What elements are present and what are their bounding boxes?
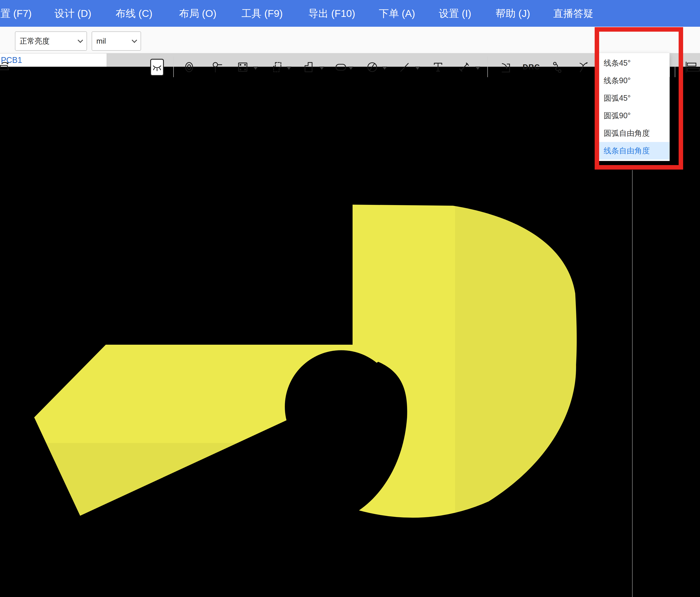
align-icon[interactable] bbox=[685, 61, 700, 73]
chevron-down-icon bbox=[132, 38, 137, 43]
drc-button[interactable]: DRC bbox=[523, 63, 540, 71]
menu-item-export[interactable]: 导出 (F10) bbox=[308, 0, 355, 27]
corner-mode-dropdown: 线条45° 线条90° 圆弧45° 圆弧90° 圆弧自由角度 线条自由角度 bbox=[598, 53, 670, 161]
copper-area-caret-icon[interactable] bbox=[286, 67, 291, 70]
chevron-down-icon bbox=[78, 38, 83, 43]
copper-area-icon[interactable] bbox=[271, 61, 283, 73]
tab-pcb1[interactable]: PCB1 bbox=[0, 53, 107, 67]
toolbar-divider bbox=[675, 57, 675, 77]
toolbar-divider bbox=[173, 57, 174, 77]
dropdown-item-arc45[interactable]: 圆弧45° bbox=[599, 89, 670, 107]
dimension-caret-icon[interactable] bbox=[475, 67, 480, 70]
menu-item-design[interactable]: 设计 (D) bbox=[54, 0, 91, 27]
dropdown-item-arc-free[interactable]: 圆弧自由角度 bbox=[599, 124, 670, 142]
menu-item-help[interactable]: 帮助 (J) bbox=[496, 0, 530, 27]
keepout-caret-icon[interactable] bbox=[382, 67, 387, 70]
branch-icon[interactable] bbox=[578, 61, 590, 73]
toolbar: 正常亮度 mil bbox=[0, 27, 700, 53]
dropdown-item-line90[interactable]: 线条90° bbox=[599, 72, 670, 89]
menu-item-settings[interactable]: 设置 (I) bbox=[439, 0, 471, 27]
unit-select[interactable]: mil bbox=[92, 31, 141, 51]
menu-item-live-qa[interactable]: 直播答疑 bbox=[553, 0, 593, 27]
keepout-icon[interactable] bbox=[366, 61, 378, 73]
canvas-drawing bbox=[0, 67, 700, 597]
pad-caret-icon[interactable] bbox=[253, 67, 258, 70]
import-icon[interactable] bbox=[499, 61, 512, 73]
line-caret-icon[interactable] bbox=[415, 67, 420, 70]
pad-icon[interactable] bbox=[236, 61, 249, 73]
dropdown-item-line45[interactable]: 线条45° bbox=[599, 54, 670, 72]
menu-item-order[interactable]: 下单 (A) bbox=[379, 0, 415, 27]
pcb-editor-canvas[interactable] bbox=[0, 67, 700, 597]
document-tab-bar: PCB1 bbox=[0, 53, 700, 67]
oval-caret-icon[interactable] bbox=[349, 67, 353, 70]
solid-region-caret-icon[interactable] bbox=[320, 67, 324, 70]
menu-bar: 置 (F7) 设计 (D) 布线 (C) 布局 (O) 工具 (F9) 导出 (… bbox=[0, 0, 700, 27]
dropdown-item-arc90[interactable]: 圆弧90° bbox=[599, 107, 670, 124]
line-icon[interactable] bbox=[398, 61, 411, 73]
circular-cutout bbox=[285, 350, 398, 463]
oval-icon[interactable] bbox=[334, 61, 347, 73]
dimension-icon[interactable] bbox=[458, 61, 470, 73]
menu-item-tools[interactable]: 工具 (F9) bbox=[242, 0, 283, 27]
solid-region-icon[interactable] bbox=[302, 61, 315, 73]
menu-item-layout[interactable]: 布局 (O) bbox=[179, 0, 217, 27]
brightness-select-value: 正常亮度 bbox=[20, 36, 50, 46]
rotate-icon[interactable] bbox=[0, 61, 9, 73]
text-icon[interactable] bbox=[432, 61, 444, 73]
dropdown-item-line-free[interactable]: 线条自由角度 bbox=[599, 142, 670, 160]
shape-shading bbox=[455, 204, 583, 516]
eye-closed-icon[interactable] bbox=[150, 59, 164, 76]
brightness-select[interactable]: 正常亮度 bbox=[15, 31, 87, 51]
shape-shading bbox=[30, 443, 308, 520]
route-icon[interactable] bbox=[551, 61, 564, 73]
menu-item-place[interactable]: 置 (F7) bbox=[0, 0, 32, 27]
toolbar-divider bbox=[488, 57, 488, 77]
unit-select-value: mil bbox=[96, 37, 106, 45]
pin-icon[interactable] bbox=[210, 61, 223, 73]
via-icon[interactable] bbox=[183, 61, 195, 73]
menu-item-route[interactable]: 布线 (C) bbox=[116, 0, 152, 27]
